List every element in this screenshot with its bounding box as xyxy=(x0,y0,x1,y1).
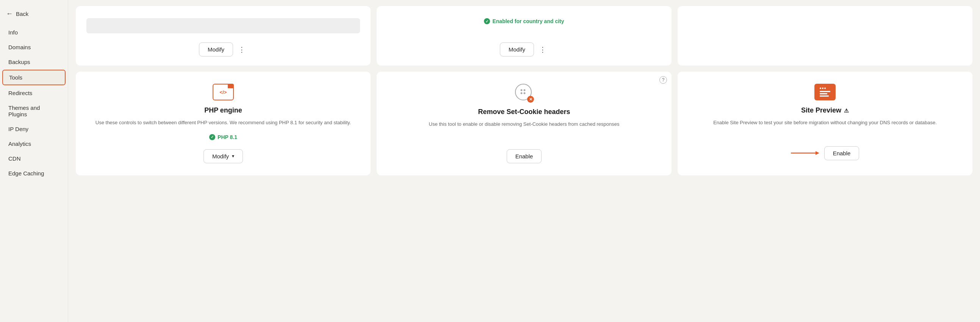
sidebar-item-label: Analytics xyxy=(8,141,31,147)
sidebar-item-edge-caching[interactable]: Edge Caching xyxy=(2,166,65,180)
modify-button-top[interactable]: Modify xyxy=(199,43,233,56)
sidebar-item-tools[interactable]: Tools xyxy=(2,70,65,85)
sidebar-item-label: Tools xyxy=(9,74,22,81)
preview-bar-2 xyxy=(820,93,827,94)
php-modify-button[interactable]: Modify ▾ xyxy=(204,149,243,163)
preview-icon-wrapper xyxy=(815,84,835,100)
site-preview-card: Site Preview ⚠ Enable Site Preview to te… xyxy=(678,71,972,175)
sidebar-item-cdn[interactable]: CDN xyxy=(2,152,65,165)
cookie-icon-wrapper: ✕ xyxy=(515,84,533,102)
back-arrow-icon: ← xyxy=(6,10,13,18)
preview-dots-row xyxy=(820,87,826,89)
help-icon[interactable]: ? xyxy=(659,76,667,84)
sidebar-item-ip-deny[interactable]: IP Deny xyxy=(2,122,65,136)
sidebar-item-domains[interactable]: Domains xyxy=(2,40,65,54)
svg-point-3 xyxy=(524,92,526,94)
svg-marker-5 xyxy=(816,151,819,155)
php-code-icon: </> xyxy=(220,89,227,95)
php-card-title: PHP engine xyxy=(204,106,242,114)
preview-enable-button[interactable]: Enable xyxy=(824,146,859,160)
preview-dot-1 xyxy=(820,87,821,89)
chevron-down-icon: ▾ xyxy=(232,154,234,159)
svg-point-0 xyxy=(521,89,523,91)
cookie-card-description: Use this tool to enable or disable remov… xyxy=(429,121,620,128)
preview-bar-3 xyxy=(820,95,829,97)
php-version-status: PHP 8.1 xyxy=(209,134,237,140)
site-preview-icon xyxy=(815,84,835,100)
cookie-enable-button[interactable]: Enable xyxy=(507,149,542,163)
arrow-icon xyxy=(791,149,821,157)
preview-bar-1 xyxy=(820,91,830,92)
preview-dot-2 xyxy=(822,87,824,89)
preview-dot-3 xyxy=(824,87,826,89)
top-middle-card: Enabled for country and city Modify ⋮ xyxy=(377,6,671,65)
back-button[interactable]: ← Back xyxy=(0,6,68,22)
sidebar-item-label: CDN xyxy=(8,155,21,162)
sidebar-item-label: Domains xyxy=(8,44,31,51)
cookie-headers-card: ? ✕ Remove Set-Cookie headers Use this xyxy=(377,71,671,175)
enabled-status: Enabled for country and city xyxy=(484,18,564,24)
sidebar-item-themes-plugins[interactable]: Themes and Plugins xyxy=(2,101,65,121)
php-engine-card: </> PHP engine Use these controls to swi… xyxy=(76,71,371,175)
svg-point-1 xyxy=(524,89,526,91)
sidebar-item-analytics[interactable]: Analytics xyxy=(2,137,65,151)
top-left-card: Modify ⋮ xyxy=(76,6,371,65)
preview-icon-inner xyxy=(818,86,832,98)
top-right-card xyxy=(678,6,972,65)
sidebar-item-label: Backups xyxy=(8,59,30,65)
sidebar: ← Back Info Domains Backups Tools Redire… xyxy=(0,0,68,322)
sidebar-item-label: Themes and Plugins xyxy=(8,105,40,117)
more-options-button[interactable]: ⋮ xyxy=(236,43,247,56)
php-icon: </> xyxy=(213,84,234,100)
cookie-card-title: Remove Set-Cookie headers xyxy=(478,108,570,116)
preview-card-title: Site Preview ⚠ xyxy=(801,106,849,114)
sidebar-item-backups[interactable]: Backups xyxy=(2,55,65,69)
error-badge-icon: ✕ xyxy=(527,96,534,103)
warning-icon: ⚠ xyxy=(844,108,849,114)
main-content: Modify ⋮ Enabled for country and city Mo… xyxy=(68,0,980,322)
sidebar-item-redirects[interactable]: Redirects xyxy=(2,86,65,100)
sidebar-item-info[interactable]: Info xyxy=(2,25,65,40)
arrow-row: Enable xyxy=(791,146,859,160)
sidebar-item-label: Edge Caching xyxy=(8,170,44,176)
svg-point-2 xyxy=(521,92,523,94)
cards-grid: Modify ⋮ Enabled for country and city Mo… xyxy=(76,6,972,175)
sidebar-item-label: Redirects xyxy=(8,90,32,96)
cookie-svg xyxy=(518,87,529,97)
sidebar-item-label: Info xyxy=(8,29,18,36)
back-label: Back xyxy=(16,11,29,17)
php-icon-wrapper: </> xyxy=(213,84,234,100)
php-card-description: Use these controls to switch between dif… xyxy=(95,119,351,127)
cookie-icon: ✕ xyxy=(515,84,533,102)
sidebar-item-label: IP Deny xyxy=(8,126,29,132)
status-dot-icon xyxy=(484,18,490,24)
more-options-button-middle[interactable]: ⋮ xyxy=(537,43,548,56)
preview-card-description: Enable Site Preview to test your site be… xyxy=(713,119,937,127)
modify-button-middle[interactable]: Modify xyxy=(500,43,534,56)
php-status-dot xyxy=(209,134,215,140)
